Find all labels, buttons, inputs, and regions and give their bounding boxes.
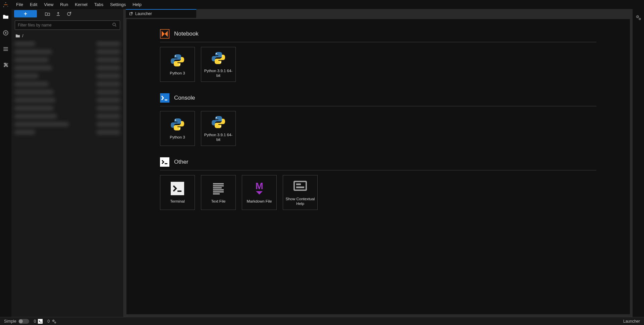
running-sessions-tab[interactable] xyxy=(1,28,11,38)
folder-icon xyxy=(15,34,20,38)
toc-tab[interactable] xyxy=(1,44,11,54)
section-notebook: Notebook Python 3 Python 3.9.1 64-bit xyxy=(160,29,596,82)
python-icon xyxy=(170,117,185,132)
menu-help[interactable]: Help xyxy=(129,1,145,8)
python-icon xyxy=(211,51,226,65)
launch-icon xyxy=(129,12,133,16)
jupyter-logo-icon xyxy=(3,2,9,8)
simple-mode-toggle[interactable] xyxy=(18,319,29,324)
search-icon xyxy=(112,22,117,28)
notebook-section-icon xyxy=(160,29,169,39)
section-other: Other Terminal Text File Markdown File xyxy=(160,157,596,210)
terminal-icon xyxy=(170,181,185,196)
menu-kernel[interactable]: Kernel xyxy=(71,1,91,8)
left-activity-bar xyxy=(0,9,11,317)
help-icon xyxy=(293,179,308,194)
property-inspector-tab[interactable] xyxy=(633,12,643,22)
main-content: Launcher Notebook Python 3 xyxy=(124,9,633,317)
section-title: Notebook xyxy=(174,31,199,37)
menu-settings[interactable]: Settings xyxy=(107,1,129,8)
section-title: Console xyxy=(174,95,195,101)
extensions-tab[interactable] xyxy=(1,60,11,70)
new-launcher-button[interactable] xyxy=(14,10,37,17)
file-browser-panel: / xyxy=(11,9,124,317)
main-menu: File Edit View Run Kernel Tabs Settings … xyxy=(13,1,145,8)
launcher-body: Notebook Python 3 Python 3.9.1 64-bit xyxy=(126,19,630,314)
simple-mode-label: Simple xyxy=(4,319,16,324)
status-right: Launcher xyxy=(623,319,640,324)
menu-view[interactable]: View xyxy=(41,1,57,8)
menu-tabs[interactable]: Tabs xyxy=(91,1,107,8)
launcher-card-python3-console[interactable]: Python 3 xyxy=(160,111,195,146)
markdown-icon xyxy=(252,181,267,196)
right-activity-bar xyxy=(633,9,644,317)
launcher-card-python39-notebook[interactable]: Python 3.9.1 64-bit xyxy=(201,47,236,82)
breadcrumb[interactable]: / xyxy=(11,32,123,40)
tab-launcher[interactable]: Launcher xyxy=(126,9,196,18)
new-folder-button[interactable] xyxy=(43,10,52,17)
status-terminals[interactable]: 0 xyxy=(34,319,43,324)
launcher-card-python3-notebook[interactable]: Python 3 xyxy=(160,47,195,82)
tab-bar: Launcher xyxy=(126,9,633,18)
other-section-icon xyxy=(160,157,169,167)
python-icon xyxy=(211,115,226,129)
breadcrumb-path: / xyxy=(22,33,23,38)
launcher-card-contextual-help[interactable]: Show Contextual Help xyxy=(283,175,318,210)
gear-icon xyxy=(52,319,56,324)
text-file-icon xyxy=(211,181,226,196)
upload-button[interactable] xyxy=(54,10,62,17)
menu-run[interactable]: Run xyxy=(57,1,71,8)
refresh-button[interactable] xyxy=(64,10,73,17)
section-console: Console Python 3 Python 3.9.1 64-bit xyxy=(160,93,596,146)
launcher-card-textfile[interactable]: Text File xyxy=(201,175,236,210)
file-browser-tab[interactable] xyxy=(1,12,11,22)
file-list[interactable] xyxy=(11,40,123,317)
file-toolbar xyxy=(11,9,123,18)
menu-bar: File Edit View Run Kernel Tabs Settings … xyxy=(0,0,644,9)
menu-edit[interactable]: Edit xyxy=(26,1,41,8)
launcher-card-markdown[interactable]: Markdown File xyxy=(242,175,277,210)
section-title: Other xyxy=(174,159,189,165)
launcher-card-terminal[interactable]: Terminal xyxy=(160,175,195,210)
menu-file[interactable]: File xyxy=(13,1,26,8)
console-section-icon xyxy=(160,93,169,103)
tab-title: Launcher xyxy=(135,11,152,16)
python-icon xyxy=(170,53,185,68)
status-kernels[interactable]: 0 xyxy=(47,319,56,324)
filter-files-input[interactable] xyxy=(15,20,120,30)
launcher-card-python39-console[interactable]: Python 3.9.1 64-bit xyxy=(201,111,236,146)
terminal-icon xyxy=(38,319,43,324)
status-bar: Simple 0 0 Launcher xyxy=(0,317,644,325)
